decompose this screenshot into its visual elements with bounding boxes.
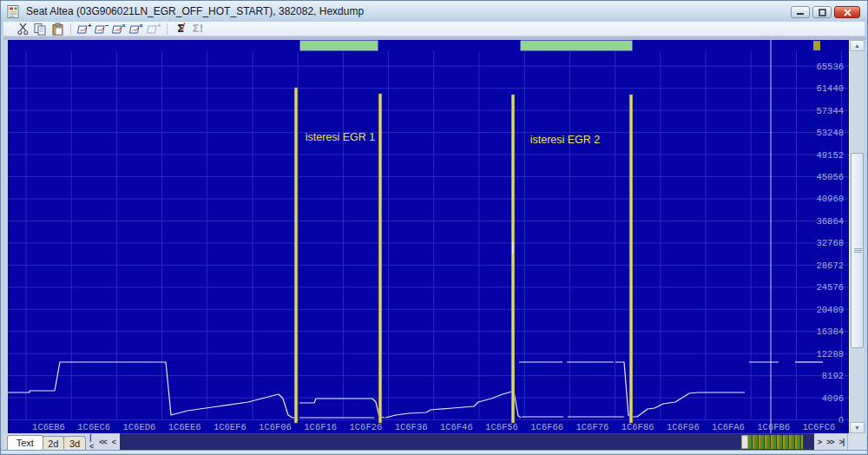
toolbar-separator [70,23,71,35]
new-map-x2-button[interactable]: × [128,22,145,36]
svg-text:49152: 49152 [816,150,844,161]
svg-text:1C6F86: 1C6F86 [621,422,654,432]
paste-icon [51,23,64,36]
svg-text:20480: 20480 [816,305,844,315]
map-overview-band [748,435,803,449]
horizontal-scrollbar[interactable] [120,433,814,450]
svg-text:1C6F36: 1C6F36 [395,422,428,432]
svg-text:16384: 16384 [816,326,844,337]
bottom-bar: Text 2d 3d |< << < > >> >| [3,433,866,450]
svg-text:8192: 8192 [822,371,844,381]
svg-text:12288: 12288 [816,349,844,359]
svg-text:1C6F76: 1C6F76 [575,422,608,432]
maximize-button[interactable] [812,6,832,18]
close-button[interactable] [834,6,860,18]
svg-text:53248: 53248 [816,128,844,138]
sigma-check-button[interactable]: Σ∕ [172,22,189,36]
svg-text:1C6F96: 1C6F96 [667,422,700,432]
svg-text:−: − [105,23,109,30]
cut-button[interactable] [14,22,31,36]
tab-text[interactable]: Text [7,435,43,450]
svg-text:1C6FB6: 1C6FB6 [757,422,790,432]
svg-text:65536: 65536 [816,62,844,72]
vertical-scroll-thumb[interactable] [851,153,864,348]
svg-text:1C6EE6: 1C6EE6 [168,422,201,432]
nav-prev-button[interactable]: < [109,438,118,446]
svg-text:isteresi EGR 2: isteresi EGR 2 [530,134,601,146]
svg-text:4096: 4096 [822,393,844,404]
svg-text:28672: 28672 [816,260,844,271]
nav-last-button[interactable]: >| [837,438,847,446]
hexdump-window: Seat Altea (03G906021LN_EGR_OFF_HOT_STAR… [0,0,868,455]
paste-button[interactable] [49,22,66,36]
svg-text:isteresi EGR 1: isteresi EGR 1 [306,131,376,143]
svg-text:×: × [122,23,126,29]
svg-text:1C6F06: 1C6F06 [259,422,292,432]
new-map-plus-icon: + [76,23,92,36]
svg-text:1C6EF6: 1C6EF6 [214,422,247,432]
vertical-scrollbar[interactable]: ▲ ▼ [849,40,864,433]
plot-canvas[interactable]: isteresi EGR 1isteresi EGR 2655366144057… [8,40,849,433]
toolbar: + − × × + [3,22,865,36]
copy-button[interactable] [31,22,49,36]
svg-text:40960: 40960 [816,194,844,204]
close-icon [844,9,852,16]
copy-icon [33,23,47,36]
nav-first-button[interactable]: |< [87,433,96,451]
new-map-plus-button[interactable]: + [76,22,93,36]
new-map-x-icon: × [111,23,127,36]
svg-text:1C6F26: 1C6F26 [349,422,382,432]
svg-text:32768: 32768 [816,238,844,248]
svg-text:+: + [88,23,92,30]
svg-text:1C6F66: 1C6F66 [530,422,563,432]
tab-3d[interactable]: 3d [63,436,86,450]
svg-text:24576: 24576 [816,282,844,293]
svg-text:1C6F46: 1C6F46 [440,422,473,432]
scroll-up-button[interactable]: ▲ [850,40,865,51]
cut-icon [16,23,30,36]
resize-corner [847,433,866,450]
sigma-excl-button: Σ! [189,22,207,36]
svg-text:1C6EC6: 1C6EC6 [77,422,110,432]
svg-text:+: + [157,23,161,30]
svg-text:45056: 45056 [816,172,844,182]
window-title: Seat Altea (03G906021LN_EGR_OFF_HOT_STAR… [26,5,364,17]
svg-text:1C6F16: 1C6F16 [304,422,337,432]
svg-text:1C6FA6: 1C6FA6 [712,422,745,432]
new-map-x2-icon: × [128,23,144,36]
scroll-down-button[interactable]: ▼ [850,422,865,433]
nav-next-button[interactable]: > [815,438,824,446]
thumb-grip-icon [854,248,862,253]
horizontal-scroll-thumb[interactable] [741,435,748,449]
nav-next-fast-button[interactable]: >> [824,438,837,446]
svg-text:1C6F56: 1C6F56 [485,422,518,432]
svg-text:1C6FC6: 1C6FC6 [802,422,835,432]
minimize-icon [796,9,805,16]
minimize-button[interactable] [791,6,810,18]
nav-prev-fast-button[interactable]: << [96,438,109,446]
hexdump-window-icon [6,4,21,19]
nav-right-group: > >> >| [814,433,847,450]
view-tabs: Text 2d 3d |< << < [3,433,120,450]
titlebar[interactable]: Seat Altea (03G906021LN_EGR_OFF_HOT_STAR… [1,1,867,22]
maximize-icon [819,9,826,16]
new-map-minus-icon: − [94,23,109,36]
hexdump-2d-plot[interactable]: isteresi EGR 1isteresi EGR 2655366144057… [8,40,849,433]
tab-2d[interactable]: 2d [43,436,65,450]
svg-text:61440: 61440 [816,83,844,94]
new-map-minus-button[interactable]: − [93,22,110,36]
toolbar-separator [167,23,168,35]
new-map-disabled-button: + [145,22,162,36]
svg-text:57344: 57344 [816,106,844,116]
new-map-x-button[interactable]: × [110,22,128,36]
svg-text:1C6EB6: 1C6EB6 [32,422,65,432]
svg-text:×: × [140,23,143,29]
red-slash-icon: ∕ [181,22,185,32]
svg-text:1C6ED6: 1C6ED6 [122,422,155,432]
window-bottom-frame [1,450,867,455]
svg-text:36864: 36864 [816,216,844,227]
new-map-disabled-icon: + [146,23,161,36]
